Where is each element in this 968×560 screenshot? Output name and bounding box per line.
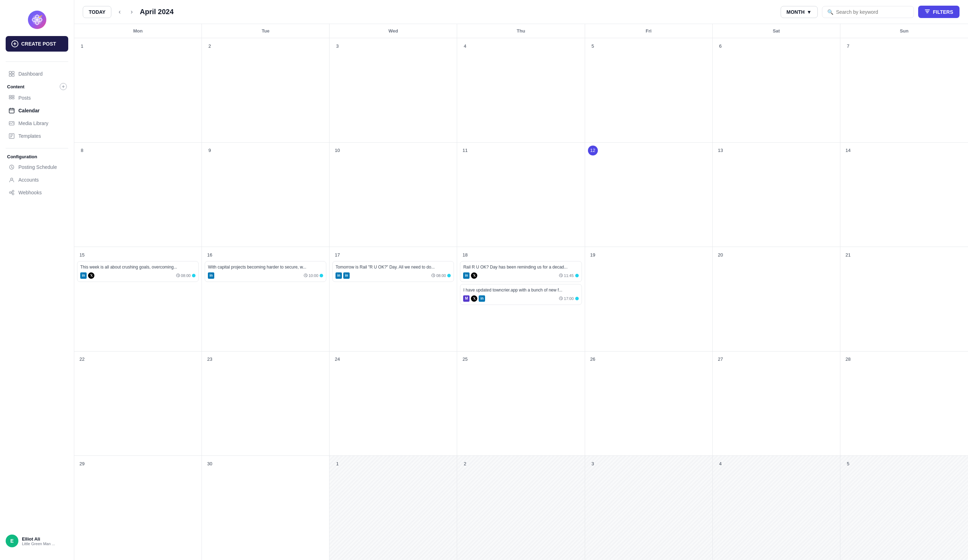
templates-icon <box>8 133 15 139</box>
create-post-button[interactable]: + CREATE POST <box>6 36 68 51</box>
sidebar-item-posting-schedule[interactable]: Posting Schedule <box>6 161 68 173</box>
search-input[interactable] <box>836 9 908 15</box>
filter-icon <box>925 8 930 15</box>
day-number: 9 <box>205 145 215 155</box>
calendar-cell-2-4[interactable]: 19 <box>585 247 713 351</box>
status-dot <box>192 274 196 278</box>
day-number: 17 <box>332 250 342 260</box>
calendar-cell-4-3[interactable]: 2 <box>457 456 585 560</box>
day-number: 7 <box>843 41 853 51</box>
webhooks-icon <box>8 189 15 196</box>
today-button[interactable]: TODAY <box>83 6 111 18</box>
event-platforms: inin <box>335 273 350 279</box>
calendar-cell-3-1[interactable]: 23 <box>202 352 330 456</box>
sidebar-item-posts[interactable]: Posts <box>6 91 68 104</box>
event-time: 10:00 <box>304 273 318 278</box>
sidebar: + CREATE POST Dashboard Content + Posts … <box>0 0 74 560</box>
month-view-button[interactable]: MONTH ▼ <box>781 6 818 18</box>
main-content: TODAY ‹ › April 2024 MONTH ▼ 🔍 FILTERS M… <box>74 0 968 560</box>
event-footer: in𝕏 11:45 <box>463 273 578 279</box>
content-group-label: Content + <box>6 83 68 90</box>
event-footer: M𝕏in 17:00 <box>463 296 578 302</box>
next-month-button[interactable]: › <box>128 7 136 17</box>
sidebar-item-calendar[interactable]: Calendar <box>6 104 68 117</box>
event-platforms: M𝕏in <box>463 296 485 302</box>
calendar-cell-3-5[interactable]: 27 <box>713 352 840 456</box>
calendar-cell-2-6[interactable]: 21 <box>840 247 968 351</box>
user-info: Elliot Ali Little Green Man ... <box>22 536 55 546</box>
calendar-cell-0-4[interactable]: 5 <box>585 38 713 142</box>
calendar-cell-3-3[interactable]: 25 <box>457 352 585 456</box>
event-platforms: in <box>208 273 214 279</box>
sidebar-item-label: Posting Schedule <box>18 164 57 170</box>
calendar-cell-3-6[interactable]: 28 <box>840 352 968 456</box>
calendar-cell-3-0[interactable]: 22 <box>74 352 202 456</box>
event-platforms: in𝕏 <box>463 273 477 279</box>
media-library-icon <box>8 120 15 127</box>
content-add-icon[interactable]: + <box>60 83 67 90</box>
sidebar-item-label: Dashboard <box>18 71 43 77</box>
svg-point-23 <box>12 190 14 192</box>
calendar-cell-3-2[interactable]: 24 <box>330 352 457 456</box>
day-number: 24 <box>332 354 342 364</box>
calendar-title: April 2024 <box>140 8 776 16</box>
calendar-cell-1-3[interactable]: 11 <box>457 143 585 247</box>
calendar-cell-1-5[interactable]: 13 <box>713 143 840 247</box>
calendar-cell-1-4[interactable]: 12 <box>585 143 713 247</box>
sidebar-item-media-library[interactable]: Media Library <box>6 117 68 130</box>
calendar-cell-0-2[interactable]: 3 <box>330 38 457 142</box>
calendar-event-2-1-0[interactable]: With capital projects becoming harder to… <box>205 261 327 282</box>
calendar-cell-1-0[interactable]: 8 <box>74 143 202 247</box>
calendar-cell-4-2[interactable]: 1 <box>330 456 457 560</box>
day-number: 2 <box>205 41 215 51</box>
plus-icon: + <box>11 40 18 47</box>
calendar-cell-3-4[interactable]: 26 <box>585 352 713 456</box>
svg-rect-19 <box>10 137 11 138</box>
day-name-thu: Thu <box>457 24 585 38</box>
x-icon: 𝕏 <box>88 273 94 279</box>
calendar-cell-0-6[interactable]: 7 <box>840 38 968 142</box>
sidebar-item-templates[interactable]: Templates <box>6 130 68 142</box>
calendar-event-2-0-0[interactable]: This week is all about crushing goals, o… <box>77 261 199 282</box>
content-nav-section: Content + Posts Calendar Media Library <box>0 83 74 142</box>
calendar-event-2-3-1[interactable]: I have updated towncrier.app with a bunc… <box>460 284 582 305</box>
calendar-event-2-2-0[interactable]: Tomorrow is Rail "R U OK?" Day. All we n… <box>332 261 454 282</box>
calendar-cell-2-5[interactable]: 20 <box>713 247 840 351</box>
calendar-event-2-3-0[interactable]: Rail R U OK? Day has been reminding us f… <box>460 261 582 282</box>
sidebar-divider-2 <box>6 148 68 149</box>
calendar-cell-1-6[interactable]: 14 <box>840 143 968 247</box>
calendar-cell-0-1[interactable]: 2 <box>202 38 330 142</box>
calendar-cell-4-5[interactable]: 4 <box>713 456 840 560</box>
calendar-cell-0-5[interactable]: 6 <box>713 38 840 142</box>
linkedin-icon: in <box>335 273 342 279</box>
sidebar-item-accounts[interactable]: Accounts <box>6 173 68 186</box>
day-number: 29 <box>77 459 87 469</box>
day-number: 5 <box>588 41 598 51</box>
calendar-cell-4-6[interactable]: 5 <box>840 456 968 560</box>
calendar-cell-1-2[interactable]: 10 <box>330 143 457 247</box>
calendar-cell-4-0[interactable]: 29 <box>74 456 202 560</box>
calendar-cell-4-4[interactable]: 3 <box>585 456 713 560</box>
sidebar-item-label: Posts <box>18 95 31 101</box>
sidebar-item-label: Accounts <box>18 177 39 183</box>
linkedin-icon: in <box>343 273 350 279</box>
calendar-cell-0-0[interactable]: 1 <box>74 38 202 142</box>
calendar-cell-2-2[interactable]: 17Tomorrow is Rail "R U OK?" Day. All we… <box>330 247 457 351</box>
event-text: I have updated towncrier.app with a bunc… <box>463 287 578 293</box>
prev-month-button[interactable]: ‹ <box>116 7 123 17</box>
x-icon: 𝕏 <box>471 273 477 279</box>
event-time: 11:45 <box>559 273 574 278</box>
svg-point-15 <box>10 122 11 123</box>
svg-rect-7 <box>9 74 11 76</box>
calendar-cell-0-3[interactable]: 4 <box>457 38 585 142</box>
day-number: 16 <box>205 250 215 260</box>
calendar-cell-4-1[interactable]: 30 <box>202 456 330 560</box>
filters-button[interactable]: FILTERS <box>918 6 960 18</box>
calendar-cell-2-1[interactable]: 16With capital projects becoming harder … <box>202 247 330 351</box>
calendar-cell-2-0[interactable]: 15This week is all about crushing goals,… <box>74 247 202 351</box>
sidebar-item-dashboard[interactable]: Dashboard <box>6 68 68 80</box>
day-name-wed: Wed <box>330 24 457 38</box>
sidebar-item-webhooks[interactable]: Webhooks <box>6 186 68 199</box>
calendar-cell-2-3[interactable]: 18Rail R U OK? Day has been reminding us… <box>457 247 585 351</box>
calendar-cell-1-1[interactable]: 9 <box>202 143 330 247</box>
